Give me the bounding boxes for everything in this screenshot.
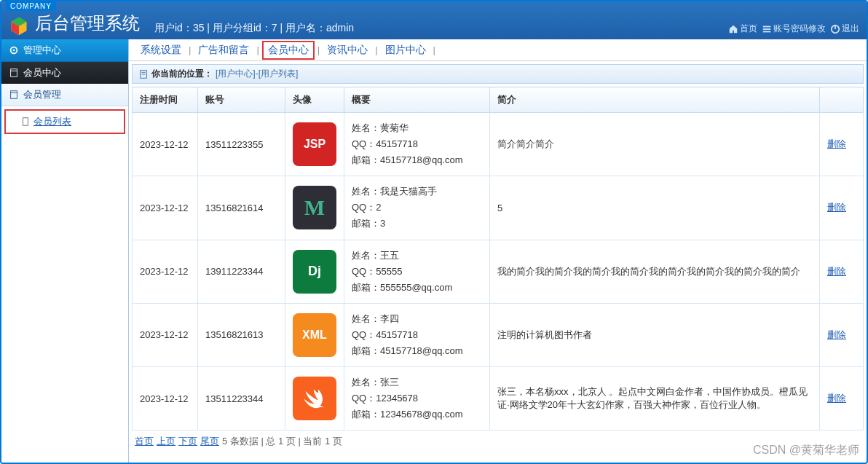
- cell-account: 13911223344: [198, 240, 285, 303]
- list-icon: [762, 24, 772, 34]
- column-header: 注册时间: [133, 87, 198, 113]
- cell-action: 删除: [820, 113, 864, 176]
- avatar: M: [293, 186, 336, 229]
- pager-info: 5 条数据 | 总 1 页 | 当前 1 页: [222, 435, 342, 448]
- app-title: 后台管理系统: [35, 12, 140, 35]
- cell-avatar: XML: [285, 303, 344, 366]
- logout-link[interactable]: 退出: [830, 23, 859, 35]
- book-icon: [9, 90, 19, 100]
- cell-intro: 注明的计算机图书作者: [490, 303, 820, 366]
- cell-intro: 我的简介我的简介我的简介我的简介我的简介我的简介我的简介我的简介: [490, 240, 820, 303]
- table-row: 2023-12-1213516821613XML姓名：李四QQ：45157718…: [133, 303, 864, 366]
- cell-summary: 姓名：王五QQ：55555邮箱：555555@qq.com: [344, 240, 490, 303]
- top-nav: 系统设置|广告和留言|会员中心|资讯中心|图片中心|: [129, 39, 867, 61]
- gear-icon: [9, 45, 19, 55]
- cell-account: 13516821614: [198, 176, 285, 240]
- topnav-item[interactable]: 图片中心: [381, 42, 430, 58]
- table-row: 2023-12-1213511223355JSP姓名：黄菊华QQ：4515771…: [133, 113, 864, 176]
- cell-action: 删除: [820, 240, 864, 303]
- table-row: 2023-12-1213516821614M姓名：我是天猫高手QQ：2邮箱：35…: [133, 176, 864, 240]
- cell-reg: 2023-12-12: [133, 303, 198, 366]
- member-table: 注册时间账号头像概要简介 2023-12-1213511223355JSP姓名：…: [132, 87, 864, 430]
- cell-reg: 2023-12-12: [133, 113, 198, 176]
- svg-rect-14: [23, 118, 28, 126]
- user-info: 用户id：35 | 用户分组id：7 | 用户名：admin: [154, 22, 728, 35]
- column-header: 简介: [490, 87, 820, 113]
- home-link[interactable]: 首页: [728, 23, 757, 35]
- svg-rect-3: [763, 25, 771, 27]
- cell-intro: 简介简介简介: [490, 113, 820, 176]
- avatar: XML: [293, 313, 336, 357]
- cell-reg: 2023-12-12: [133, 367, 198, 430]
- topnav-item[interactable]: 资讯中心: [323, 42, 372, 58]
- delete-link[interactable]: 删除: [827, 393, 846, 404]
- svg-rect-7: [835, 24, 836, 28]
- svg-rect-12: [11, 91, 17, 99]
- topnav-item[interactable]: 会员中心: [262, 41, 315, 60]
- delete-link[interactable]: 删除: [827, 266, 846, 277]
- app-logo-icon: [9, 16, 29, 36]
- column-header: 概要: [344, 87, 490, 113]
- cell-account: 13511223355: [198, 113, 285, 176]
- table-row: 2023-12-1213911223344Dj姓名：王五QQ：55555邮箱：5…: [133, 240, 864, 303]
- cell-summary: 姓名：张三QQ：12345678邮箱：12345678@qq.com: [344, 367, 490, 430]
- topnav-item[interactable]: 广告和留言: [194, 42, 253, 58]
- avatar: [293, 377, 336, 420]
- home-icon: [728, 24, 738, 34]
- cell-avatar: JSP: [285, 113, 344, 176]
- column-header: 账号: [198, 87, 285, 113]
- pager-first[interactable]: 首页: [135, 435, 154, 448]
- avatar: Dj: [293, 250, 336, 294]
- cell-reg: 2023-12-12: [133, 176, 198, 240]
- cell-account: 13511223344: [198, 367, 285, 430]
- doc-icon: [20, 117, 31, 127]
- svg-rect-5: [763, 31, 771, 32]
- topnav-item[interactable]: 系统设置: [136, 42, 186, 58]
- cell-avatar: Dj: [285, 240, 344, 303]
- cell-action: 删除: [820, 303, 864, 366]
- sidebar-leaf-member-list[interactable]: 会员列表: [4, 109, 125, 134]
- pager-last[interactable]: 尾页: [200, 435, 219, 448]
- sidebar-sub-member-mgmt[interactable]: 会员管理: [1, 84, 128, 106]
- cell-avatar: M: [285, 176, 344, 240]
- svg-rect-4: [763, 28, 771, 30]
- cell-summary: 姓名：我是天猫高手QQ：2邮箱：3: [344, 176, 490, 240]
- cell-action: 删除: [820, 176, 864, 240]
- cell-intro: 5: [490, 176, 820, 240]
- sidebar-header: 管理中心: [1, 39, 128, 62]
- cell-summary: 姓名：黄菊华QQ：45157718邮箱：45157718@qq.com: [344, 113, 490, 176]
- breadcrumb: 你当前的位置： [用户中心]-[用户列表]: [132, 64, 864, 84]
- pager-next[interactable]: 下页: [178, 435, 197, 448]
- column-header: [820, 87, 864, 113]
- delete-link[interactable]: 删除: [827, 138, 846, 149]
- table-row: 2023-12-1213511223344姓名：张三QQ：12345678邮箱：…: [133, 367, 864, 430]
- svg-rect-10: [11, 69, 17, 77]
- company-tag: COMPANY: [6, 1, 56, 11]
- svg-point-9: [13, 50, 15, 52]
- sidebar-group-members[interactable]: 会员中心: [1, 62, 128, 84]
- avatar: JSP: [293, 122, 336, 166]
- doc-icon: [138, 69, 149, 79]
- watermark: CSDN @黄菊华老师: [753, 443, 859, 458]
- app-header: 后台管理系统 用户id：35 | 用户分组id：7 | 用户名：admin 首页…: [1, 1, 867, 39]
- cell-avatar: [285, 367, 344, 430]
- cell-reg: 2023-12-12: [133, 240, 198, 303]
- sidebar: 管理中心 会员中心 会员管理 会员列表: [1, 39, 129, 463]
- delete-link[interactable]: 删除: [827, 329, 846, 340]
- cell-action: 删除: [820, 367, 864, 430]
- column-header: 头像: [285, 87, 344, 113]
- cell-intro: 张三，本名杨xxx，北京人 。起点中文网白金作者，中国作协成员。橙瓜见证·网络文…: [490, 367, 820, 430]
- book-icon: [9, 68, 19, 78]
- delete-link[interactable]: 删除: [827, 202, 846, 213]
- cell-summary: 姓名：李四QQ：45157718邮箱：45157718@qq.com: [344, 303, 490, 366]
- pager-prev[interactable]: 上页: [157, 435, 175, 448]
- cell-account: 13516821613: [198, 303, 285, 366]
- pwd-link[interactable]: 账号密码修改: [762, 23, 826, 35]
- power-icon: [830, 24, 840, 34]
